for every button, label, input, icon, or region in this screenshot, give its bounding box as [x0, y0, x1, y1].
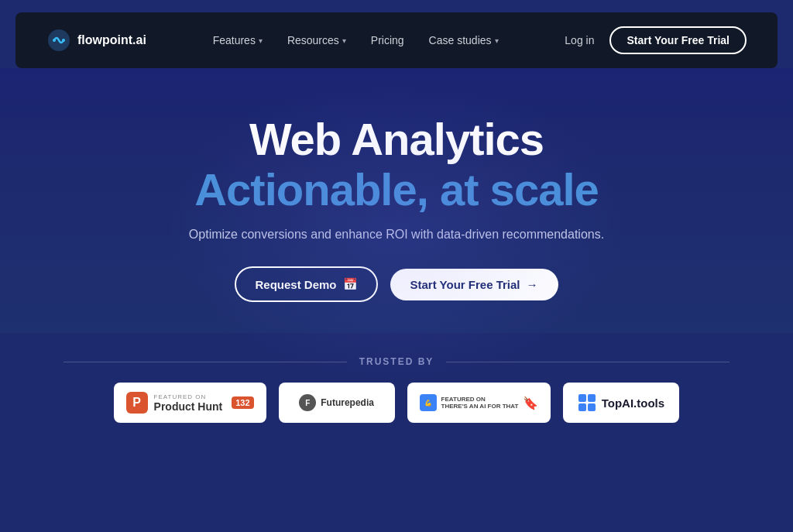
topai-badge[interactable]: TopAI.tools: [563, 383, 679, 423]
ph-featured-label: FEATURED ON: [154, 393, 223, 400]
hero-subtitle: Optimize conversions and enhance ROI wit…: [189, 228, 604, 242]
ph-badge-inner: P FEATURED ON Product Hunt 132: [126, 392, 254, 414]
nav-actions: Log in Start Your Free Trial: [565, 26, 747, 54]
futurepedia-inner: F Futurepedia: [299, 394, 374, 411]
ph-name: Product Hunt: [154, 400, 223, 413]
theresanai-inner: 💪 FEATURED ONTHERE'S AN AI FOR THAT 🔖: [420, 394, 539, 411]
svg-point-2: [62, 39, 65, 42]
trusted-section: TRUSTED BY P FEATURED ON Product Hunt 13…: [0, 333, 793, 438]
navbar: flowpoint.ai Features ▾ Resources ▾ Pric…: [15, 12, 778, 68]
nav-pricing[interactable]: Pricing: [371, 34, 404, 46]
logo[interactable]: flowpoint.ai: [46, 28, 146, 53]
topai-grid-icon: [578, 394, 596, 411]
chevron-down-icon: ▾: [495, 36, 499, 45]
nav-case-studies[interactable]: Case studies ▾: [429, 34, 499, 46]
nav-cta-button[interactable]: Start Your Free Trial: [609, 26, 747, 54]
theresanai-text: FEATURED ONTHERE'S AN AI FOR THAT: [441, 396, 519, 410]
logo-text: flowpoint.ai: [77, 33, 146, 47]
logo-icon: [46, 28, 71, 53]
calendar-icon: 📅: [343, 277, 358, 291]
trusted-logos: P FEATURED ON Product Hunt 132 F Futurep…: [114, 383, 680, 423]
chevron-down-icon: ▾: [259, 36, 263, 45]
trusted-label: TRUSTED BY: [359, 356, 434, 367]
hero-section: Web Analytics Actionable, at scale Optim…: [0, 68, 793, 333]
divider-left: [64, 362, 347, 362]
ph-vote-count: 132: [232, 396, 253, 409]
futurepedia-icon: F: [299, 394, 316, 411]
product-hunt-icon: P: [126, 392, 148, 414]
hero-title-line1: Web Analytics: [249, 115, 544, 164]
theresanai-badge[interactable]: 💪 FEATURED ONTHERE'S AN AI FOR THAT 🔖: [407, 383, 551, 423]
login-link[interactable]: Log in: [565, 34, 594, 46]
ph-text: FEATURED ON Product Hunt: [154, 393, 223, 413]
svg-point-1: [53, 39, 56, 42]
hero-title-line2: Actionable, at scale: [194, 164, 599, 216]
start-trial-button[interactable]: Start Your Free Trial →: [390, 269, 558, 300]
topai-name: TopAI.tools: [602, 396, 664, 410]
topai-inner: TopAI.tools: [578, 394, 664, 411]
arrow-right-icon: →: [527, 278, 538, 291]
futurepedia-badge[interactable]: F Futurepedia: [279, 383, 395, 423]
trusted-label-row: TRUSTED BY: [64, 356, 729, 367]
request-demo-button[interactable]: Request Demo 📅: [235, 266, 377, 302]
theresanai-icon: 💪: [420, 394, 437, 411]
nav-links: Features ▾ Resources ▾ Pricing Case stud…: [213, 34, 499, 46]
futurepedia-name: Futurepedia: [321, 397, 374, 408]
divider-right: [446, 362, 729, 362]
chevron-down-icon: ▾: [342, 36, 346, 45]
product-hunt-badge[interactable]: P FEATURED ON Product Hunt 132: [114, 383, 266, 423]
hero-buttons: Request Demo 📅 Start Your Free Trial →: [235, 266, 558, 302]
bookmark-icon: 🔖: [523, 396, 538, 410]
nav-resources[interactable]: Resources ▾: [287, 34, 346, 46]
nav-features[interactable]: Features ▾: [213, 34, 263, 46]
